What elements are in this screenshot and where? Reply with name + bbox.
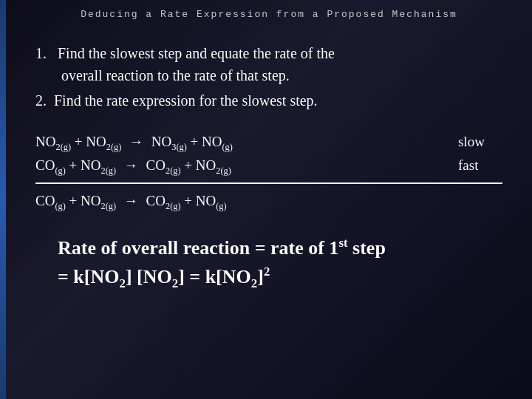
page-title: Deducing a Rate Expression from a Propos…	[35, 9, 502, 20]
reaction-1-formula: NO2(g) + NO2(g) → NO3(g) + NO(g)	[35, 134, 414, 153]
reaction-2-formula: CO(g) + NO2(g) → CO2(g) + NO2(g)	[35, 157, 414, 177]
reaction-1-label: slow	[458, 134, 502, 150]
step-2: 2. Find the rate expression for the slow…	[35, 89, 502, 112]
reactions-section: NO2(g) + NO2(g) → NO3(g) + NO(g) slow CO…	[35, 134, 502, 211]
overall-reaction: CO(g) + NO2(g) → CO2(g) + NO(g)	[35, 193, 502, 212]
mechanism-reactions: NO2(g) + NO2(g) → NO3(g) + NO(g) slow CO…	[35, 134, 502, 184]
reaction-row-1: NO2(g) + NO2(g) → NO3(g) + NO(g) slow	[35, 134, 502, 153]
title-text: Deducing a Rate Expression from a Propos…	[81, 9, 457, 20]
step-1: 1. Find the slowest step and equate the …	[35, 42, 502, 86]
left-accent-bar	[0, 0, 6, 399]
reaction-row-2: CO(g) + NO2(g) → CO2(g) + NO2(g) fast	[35, 157, 502, 177]
main-container: Deducing a Rate Expression from a Propos…	[6, 0, 532, 399]
rate-section: Rate of overall reaction = rate of 1st s…	[35, 233, 502, 293]
rate-line-2: = k[NO2] [NO2] = k[NO2]2	[58, 262, 502, 293]
rate-line-1: Rate of overall reaction = rate of 1st s…	[58, 233, 502, 262]
reaction-2-label: fast	[458, 157, 502, 174]
steps-section: 1. Find the slowest step and equate the …	[35, 42, 502, 112]
